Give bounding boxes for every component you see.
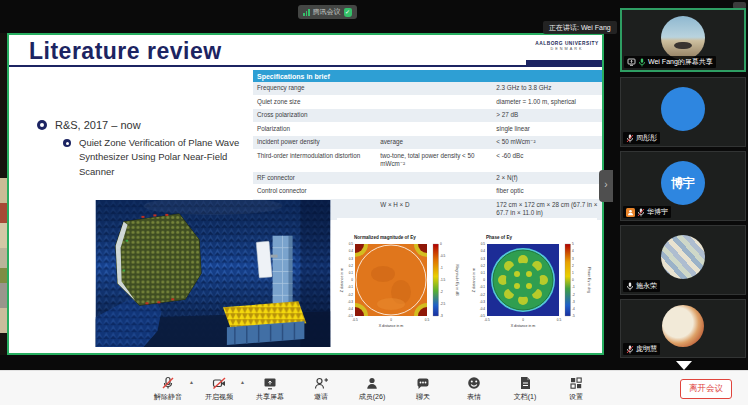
table-cell: RF connector [253,172,376,186]
table-row: Incident power densityaverage< 50 mWcm⁻² [253,136,602,150]
svg-text:Normalized magnitude of Ey: Normalized magnitude of Ey [354,235,416,240]
svg-text:Phase Ey in deg: Phase Ey in deg [587,267,591,293]
leave-meeting-button[interactable]: 离开会议 [680,379,732,399]
svg-text:0.4: 0.4 [481,249,486,253]
svg-text:1: 1 [572,271,574,275]
participant-nametag: 施永荣 [623,280,660,292]
toolbar-docs[interactable]: 文档(1) [505,374,545,402]
svg-text:-0.2: -0.2 [348,293,354,297]
table-cell: Third-order intermodulation distortion [253,150,376,172]
table-cell: Quiet zone size [253,96,376,110]
svg-text:-1: -1 [440,266,443,270]
svg-text:0: 0 [390,318,392,322]
settings-grid-icon [568,374,584,391]
table-cell [376,82,492,96]
emoji-icon [466,374,482,391]
participant-tile[interactable]: 庞明慧 [620,299,746,358]
meeting-app-name: 腾讯会议 [313,7,341,17]
toolbar-unmute[interactable]: ▲ 解除静音 [148,374,188,402]
toolbar-share-screen[interactable]: 共享屏幕 [250,374,290,402]
axis-ticks: -0.500.5 [484,318,561,322]
table-row: Quiet zone sizediameter = 1.00 m, spheri… [253,96,602,110]
svg-text:0.4: 0.4 [349,249,354,253]
svg-text:Z distance in m: Z distance in m [472,268,476,292]
colorbar-ticks: 543210-1-2-3-4-5 [572,242,575,318]
participant-nametag: 华博宇 [623,206,671,218]
svg-text:0.2: 0.2 [481,264,486,268]
table-cell [376,172,492,186]
magnitude-heatmap: Normalized magnitude of Ey [339,232,465,332]
toolbar-invite[interactable]: 邀请 [301,374,341,402]
svg-text:-4: -4 [572,307,575,311]
svg-text:4: 4 [572,249,574,253]
svg-text:-0.5: -0.5 [440,254,446,258]
table-cell: 2.3 GHz to 3.8 GHz [492,82,602,96]
title-underline [9,65,602,67]
camera-off-icon [211,374,227,391]
avatar [662,305,704,347]
chevron-up-icon[interactable]: ▲ [189,379,194,385]
table-cell: Polarization [253,123,376,137]
svg-text:-0.2: -0.2 [480,293,486,297]
meeting-status-pill[interactable]: 腾讯会议 ✓ [298,5,357,19]
avatar [661,87,705,131]
table-cell [376,123,492,137]
svg-text:0.3: 0.3 [349,257,354,261]
mic-muted-icon [626,345,634,354]
toolbar-members[interactable]: 成员(26) [352,374,392,402]
axis-ticks: -0.500.5 [352,318,429,322]
table-cell: Incident power density [253,136,376,150]
active-speaker-overlay: 正在讲话: Wei Fang [543,21,617,34]
table-cell: > 27 dB [492,109,602,123]
svg-text:0.5: 0.5 [481,242,486,246]
sub-bullet-item: Quiet Zone Verification of Plane Wave Sy… [63,136,259,179]
table-cell: < -60 dBc [492,150,602,172]
svg-text:0.5: 0.5 [349,242,354,246]
phase-heatmap: Phase of Ey [471,232,597,332]
screen-share-icon [627,58,636,66]
background-desktop-strip [0,33,7,355]
table-cell: average [376,136,492,150]
svg-text:Z distance in m: Z distance in m [340,268,344,292]
mic-muted-icon [160,374,176,391]
participant-tile[interactable]: 博宇 华博宇 [620,151,746,221]
svg-text:-0.1: -0.1 [348,285,354,289]
svg-text:-1.5: -1.5 [440,278,446,282]
svg-text:X distance in m: X distance in m [511,324,536,328]
svg-text:-1: -1 [572,285,575,289]
shield-check-icon: ✓ [344,8,352,17]
table-row: Third-order intermodulation distortiontw… [253,150,602,172]
mic-on-icon [638,58,646,67]
avatar [661,235,705,279]
table-row: Polarizationsingle linear [253,123,602,137]
svg-text:5: 5 [572,242,574,246]
svg-text:0.3: 0.3 [481,257,486,261]
svg-text:0: 0 [351,278,353,282]
participant-nametag: 庞明慧 [623,343,660,355]
table-cell: fiber optic [492,185,602,199]
toolbar-chat[interactable]: 聊天 [403,374,443,402]
scroll-down-icon[interactable] [676,361,692,370]
participant-tile[interactable]: Wei Fang的屏幕共享 [620,8,746,72]
table-cell: Cross polarization [253,109,376,123]
table-cell: 2 × N(f) [492,172,602,186]
participant-tile[interactable]: 施永荣 [620,225,746,295]
toolbar-settings[interactable]: 设置 [556,374,596,402]
avatar [661,16,705,60]
axis-ticks: 0.50.40.30.20.10-0.1-0.2-0.3-0.4-0.5 [480,242,486,318]
sidebar-collapse-handle[interactable]: › [599,170,613,202]
svg-text:0: 0 [522,318,524,322]
chevron-up-icon[interactable]: ▲ [240,379,245,385]
svg-text:-0.3: -0.3 [480,300,486,304]
toolbar-emoji[interactable]: 表情 [454,374,494,402]
svg-text:-0.4: -0.4 [480,307,486,311]
participant-tile[interactable]: 周彤彤 [620,77,746,147]
svg-text:0: 0 [572,278,574,282]
screen-share-region: Literature review AALBORG UNIVERSITY DEN… [7,33,604,355]
mic-muted-icon [626,134,634,143]
table-cell [376,96,492,110]
bullet-icon [63,139,71,147]
toolbar-start-video[interactable]: ▲ 开启视频 [199,374,239,402]
members-icon [364,374,380,391]
svg-text:Phase of Ey: Phase of Ey [486,235,512,240]
